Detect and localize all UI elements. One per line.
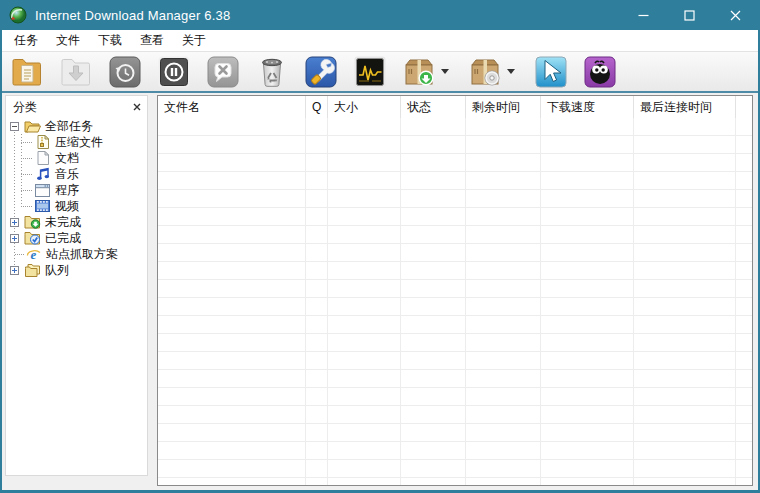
grid-line [735, 118, 736, 485]
toolbar [2, 52, 758, 93]
categories-panel: 分类 全部任务 [5, 95, 148, 476]
redownload-button[interactable] [107, 54, 143, 90]
redownload-clock-icon [107, 54, 143, 90]
add-url-button[interactable] [9, 54, 45, 90]
stop-all-bubble-icon [205, 54, 241, 90]
menu-file[interactable]: 文件 [47, 29, 89, 52]
tree-item-video[interactable]: 视频 [6, 198, 147, 214]
expand-plus-icon[interactable] [10, 234, 19, 243]
menu-view[interactable]: 查看 [131, 29, 173, 52]
column-header-2[interactable]: 大小 [328, 96, 401, 118]
column-header-5[interactable]: 下载速度 [541, 96, 634, 118]
column-header-4[interactable]: 剩余时间 [466, 96, 541, 118]
options-button[interactable] [303, 54, 339, 90]
window-controls [620, 0, 758, 30]
delete-completed-button[interactable] [254, 54, 290, 90]
grabber-button[interactable] [533, 54, 569, 90]
tree-item-all-tasks[interactable]: 全部任务 [6, 118, 147, 134]
stop-queue-group [467, 54, 524, 90]
resume-button[interactable] [58, 54, 94, 90]
mascot-button[interactable] [582, 54, 618, 90]
scheduler-waveform-icon [352, 54, 388, 90]
downloads-panel: 文件名Q大小状态剩余时间下载速度最后连接时间 [157, 95, 753, 486]
tree-item-grabber-projects[interactable]: e 站点抓取方案 [6, 246, 147, 262]
start-queue-box-icon [401, 54, 437, 90]
column-header-1[interactable]: Q [306, 96, 328, 118]
window-title: Internet Download Manager 6.38 [35, 8, 230, 23]
menu-about[interactable]: 关于 [173, 29, 215, 52]
grid-line [633, 118, 634, 485]
stop-button[interactable] [156, 54, 192, 90]
minimize-icon[interactable] [620, 0, 666, 30]
program-window-icon [34, 183, 51, 198]
categories-title: 分类 [13, 99, 37, 116]
zip-file-icon [34, 135, 51, 150]
stop-queue-button[interactable] [467, 54, 503, 90]
tree-item-documents[interactable]: 文档 [6, 150, 147, 166]
tree-item-music[interactable]: 音乐 [6, 166, 147, 182]
column-header-filler [736, 96, 752, 118]
expand-plus-icon[interactable] [10, 218, 19, 227]
queues-folder-icon [24, 263, 41, 278]
stop-queue-box-icon [467, 54, 503, 90]
open-folder-icon [24, 119, 41, 134]
column-header-3[interactable]: 状态 [401, 96, 466, 118]
column-header-6[interactable]: 最后连接时间 [634, 96, 736, 118]
categories-close-icon[interactable] [133, 103, 141, 111]
scheduler-button[interactable] [352, 54, 388, 90]
menu-bar: 任务 文件 下载 查看 关于 [2, 30, 758, 52]
grid-line [305, 118, 306, 485]
delete-completed-trash-icon [254, 54, 290, 90]
start-queue-dropdown-icon[interactable] [441, 69, 449, 74]
collapse-minus-icon[interactable] [10, 122, 19, 131]
close-icon[interactable] [712, 0, 758, 30]
tree-connector-line [14, 126, 15, 270]
grid-line [540, 118, 541, 485]
tree-connector-line [21, 134, 22, 206]
maximize-icon[interactable] [666, 0, 712, 30]
main-area: 分类 全部任务 [2, 93, 758, 488]
tree-item-unfinished[interactable]: 未完成 [6, 214, 147, 230]
idm-window: Internet Download Manager 6.38 任务 文件 下载 … [0, 0, 760, 493]
grid-line [400, 118, 401, 485]
add-url-folder-icon [9, 54, 45, 90]
site-grabber-icon: e [25, 247, 42, 262]
category-tree: 全部任务 压缩文件 文档 [6, 118, 147, 278]
mascot-icon [582, 54, 618, 90]
tree-item-programs[interactable]: 程序 [6, 182, 147, 198]
tree-item-compressed[interactable]: 压缩文件 [6, 134, 147, 150]
tree-item-finished[interactable]: 已完成 [6, 230, 147, 246]
options-wrench-icon [303, 54, 339, 90]
stop-all-button[interactable] [205, 54, 241, 90]
tree-item-queues[interactable]: 队列 [6, 262, 147, 278]
video-film-icon [34, 199, 51, 214]
resume-folder-icon [58, 54, 94, 90]
column-header-0[interactable]: 文件名 [158, 96, 306, 118]
document-icon [34, 151, 51, 166]
grabber-cursor-icon [533, 54, 569, 90]
table-header: 文件名Q大小状态剩余时间下载速度最后连接时间 [158, 96, 752, 118]
categories-header: 分类 [6, 96, 147, 115]
idm-logo-icon [9, 6, 27, 24]
svg-text:e: e [31, 247, 37, 261]
stop-queue-dropdown-icon[interactable] [507, 69, 515, 74]
stop-pause-icon [156, 54, 192, 90]
menu-tasks[interactable]: 任务 [5, 29, 47, 52]
music-note-icon [34, 167, 51, 182]
expand-plus-icon[interactable] [10, 266, 19, 275]
grid-line [465, 118, 466, 485]
unfinished-folder-icon [24, 215, 41, 230]
finished-folder-icon [24, 231, 41, 246]
table-body[interactable] [158, 118, 752, 485]
start-queue-group [401, 54, 458, 90]
menu-downloads[interactable]: 下载 [89, 29, 131, 52]
title-bar: Internet Download Manager 6.38 [2, 0, 758, 30]
start-queue-button[interactable] [401, 54, 437, 90]
grid-line [327, 118, 328, 485]
